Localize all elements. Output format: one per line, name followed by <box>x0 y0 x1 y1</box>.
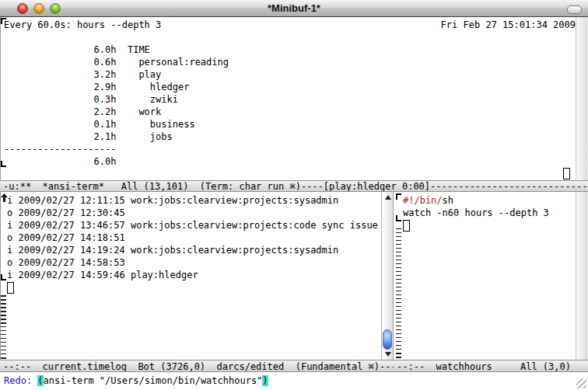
report-line: 2.1h jobs <box>4 131 229 143</box>
report-line: 6.0h TIME <box>4 44 229 56</box>
report-line: 0.6h personal:reading <box>4 56 229 68</box>
minibuffer[interactable]: Redo: (ansi-term "/Users/simon/bin/watch… <box>0 372 588 390</box>
title-bar[interactable]: *Minibuf-1* <box>0 0 588 17</box>
watch-command-text: Every 60.0s: hours --depth 3 <box>4 19 161 31</box>
scrollbar-thumb[interactable] <box>383 329 392 350</box>
report-line: 2.9h hledger <box>4 81 229 93</box>
buffer-end-corner-icon <box>396 215 401 221</box>
shebang-line: #!/bin/sh <box>403 194 549 207</box>
shebang-path: #!/bin/ <box>403 195 443 206</box>
buffer-end-corner-icon <box>1 274 6 280</box>
timelog-cursor <box>7 282 14 294</box>
empty-lines-indicator-icon <box>1 295 6 359</box>
script-text: #!/bin/sh watch -n60 hours --depth 3 <box>403 194 549 219</box>
timelog-entry: o 2009/02/27 12:30:45 <box>7 207 378 219</box>
script-scrollbar-track[interactable] <box>576 192 588 360</box>
ansi-term-mode-line[interactable]: -u:** *ansi-term* All (13,101) (Term: ch… <box>0 180 588 192</box>
watch-header: Every 60.0s: hours --depth 3 Fri Feb 27 … <box>0 19 588 31</box>
hours-report: 6.0h TIME 0.6h personal:reading 3.2h pla… <box>4 44 229 168</box>
window-title: *Minibuf-1* <box>0 2 588 15</box>
report-line: 6.0h <box>4 155 229 168</box>
report-line: 0.3h zwiki <box>4 93 229 106</box>
shebang-interpreter: sh <box>443 195 453 206</box>
timelog-text: i 2009/02/27 12:11:15 work:jobs:clearvie… <box>7 194 378 281</box>
report-line: 3.2h play <box>4 68 229 81</box>
timelog-scrollbar[interactable] <box>381 192 394 360</box>
timelog-entry: i 2009/02/27 14:59:46 play:hledger <box>7 269 378 281</box>
open-paren-highlight: ( <box>37 375 43 386</box>
script-cursor <box>403 220 410 232</box>
echo-area-text: Redo: (ansi-term "/Users/simon/bin/watch… <box>4 374 268 387</box>
script-command-line: watch -n60 hours --depth 3 <box>403 207 549 219</box>
timelog-entry: o 2009/02/27 14:18:51 <box>7 232 378 244</box>
redo-label: Redo: <box>4 375 37 386</box>
redo-command: ansi-term "/Users/simon/bin/watchhours" <box>44 375 263 386</box>
scrollbar-down-arrow-icon[interactable] <box>385 352 391 357</box>
timelog-entry: o 2009/02/27 14:58:53 <box>7 256 378 269</box>
buffer-top-corner-icon <box>396 193 401 200</box>
resize-grip-icon[interactable] <box>576 378 586 388</box>
report-line: 2.2h work <box>4 106 229 118</box>
terminal-scrollbar-track[interactable] <box>576 17 588 180</box>
scrollbar-up-arrow-icon[interactable] <box>385 195 391 200</box>
timelog-entry: i 2009/02/27 12:11:15 work:jobs:clearvie… <box>7 194 378 207</box>
script-mode-line[interactable]: --:-- watchhours All (3,0) <box>394 360 588 372</box>
toolbar-toggle-button[interactable] <box>567 5 582 14</box>
timelog-entry: i 2009/02/27 14:19:24 work:jobs:clearvie… <box>7 244 378 256</box>
close-paren-highlight: ) <box>262 375 268 386</box>
report-line: -------------------- <box>4 143 229 155</box>
report-line: 0.1h business <box>4 118 229 131</box>
empty-lines-indicator-icon <box>396 228 401 359</box>
emacs-frame: *Minibuf-1* Every 60.0s: hours --depth 3… <box>0 0 588 390</box>
terminal-cursor <box>563 168 570 179</box>
watch-timestamp: Fri Feb 27 15:01:34 2009 <box>441 19 576 31</box>
timelog-mode-line[interactable]: --:-- current.timelog Bot (3726,0) darcs… <box>0 360 394 372</box>
timelog-entry: i 2009/02/27 13:46:57 work:jobs:clearvie… <box>7 219 378 232</box>
